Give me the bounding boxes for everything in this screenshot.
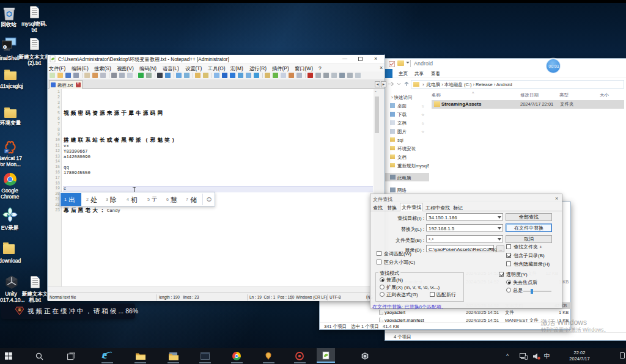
svg-text:EV: EV xyxy=(7,213,13,217)
svg-text:P: P xyxy=(6,150,8,153)
svg-text:S: S xyxy=(18,308,21,311)
